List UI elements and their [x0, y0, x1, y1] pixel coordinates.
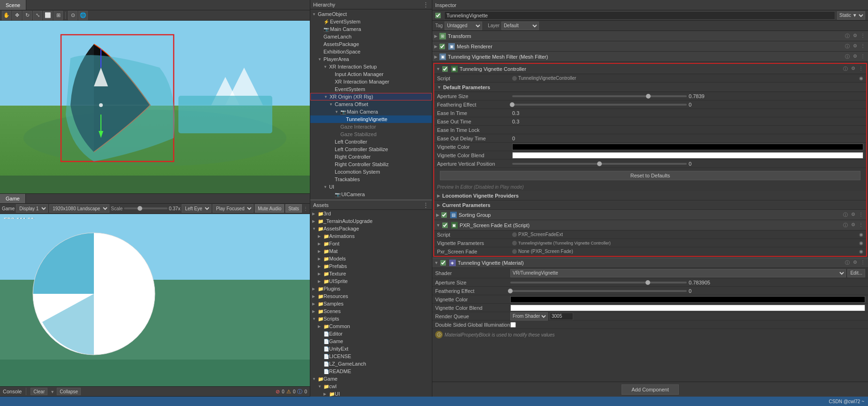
assets-item-mat[interactable]: ▶ 📁 Mat: [310, 247, 432, 255]
mesh-renderer-menu-btn[interactable]: ⋮: [860, 43, 866, 50]
hierarchy-item-tunnelingvignette[interactable]: TunnelingVignette: [310, 115, 432, 123]
assets-item-assetspackage[interactable]: ▼ 📁 AssetsPackage: [310, 225, 432, 232]
mesh-filter-header[interactable]: ▶ ▣ Tunneling Vignette Mesh Filter (Mesh…: [432, 52, 868, 62]
pxr-checkbox[interactable]: [442, 222, 448, 228]
obj-name-input[interactable]: [444, 11, 835, 20]
pxr-info-btn[interactable]: ⓘ: [842, 222, 849, 229]
transform-tool-btn[interactable]: ⊞: [54, 11, 63, 20]
hierarchy-item-eventsystem[interactable]: ⚡ EventSystem: [310, 18, 432, 25]
tunneling-info-btn[interactable]: ⓘ: [842, 66, 849, 72]
aperture-vertical-slider[interactable]: [512, 163, 687, 165]
hierarchy-item-xrinteraction[interactable]: ▼ XR Interaction Setup: [310, 63, 432, 70]
assets-item-license[interactable]: 📄 LICENSE: [310, 352, 432, 360]
shader-select[interactable]: VR/TunnelingVignette: [510, 269, 846, 277]
assets-item-uisprite[interactable]: ▶ 📁 UISprite: [310, 277, 432, 285]
render-queue-mode-select[interactable]: From Shader: [510, 312, 548, 321]
reset-defaults-btn[interactable]: Reset to Defaults: [440, 171, 860, 180]
hierarchy-item-assetspackage[interactable]: AssetsPackage: [310, 40, 432, 48]
assets-item-animations[interactable]: ▶ 📁 Animations: [310, 232, 432, 240]
assets-item-scenes[interactable]: ▶ 📁 Scenes: [310, 307, 432, 315]
double-sided-gi-checkbox[interactable]: [510, 322, 516, 328]
scale-slider[interactable]: [124, 207, 167, 209]
game-viewport[interactable]: FPS:111.86: [0, 214, 310, 387]
hierarchy-item-maincamera2[interactable]: ▼ 📷 Main Camera: [310, 108, 432, 115]
hierarchy-item-rightcontroller[interactable]: Right Controller: [310, 153, 432, 161]
hierarchy-item-leftcontrollerstab[interactable]: Left Controller Stabilize: [310, 146, 432, 153]
transform-menu-btn[interactable]: ⋮: [860, 33, 866, 39]
transform-header[interactable]: ▶ ⊞ Transform ⓘ ⚙ ⋮: [432, 31, 868, 41]
material-info-btn[interactable]: ⓘ: [844, 260, 851, 266]
move-tool-btn[interactable]: ✥: [12, 11, 22, 20]
hierarchy-item-exhibition[interactable]: ExhibitionSpace: [310, 48, 432, 55]
render-queue-input[interactable]: [550, 313, 573, 320]
assets-item-prefabs[interactable]: ▶ 📁 Prefabs: [310, 262, 432, 270]
collapse-btn[interactable]: Collapse: [57, 388, 81, 395]
assets-item-scripts[interactable]: ▼ 📁 Scripts: [310, 315, 432, 322]
hierarchy-item-uicamera[interactable]: 📷 UICamera: [310, 191, 432, 198]
assets-item-3rd[interactable]: ▶ 📁 3rd: [310, 210, 432, 217]
pxr-screen-select-btn[interactable]: ◉: [859, 249, 863, 254]
obj-active-checkbox[interactable]: [435, 13, 441, 18]
hierarchy-item-maincamera[interactable]: 📷 Main Camera: [310, 25, 432, 33]
mesh-renderer-header[interactable]: ▶ ▣ Mesh Renderer ⓘ ⚙ ⋮: [432, 41, 868, 52]
stats-btn[interactable]: Stats: [285, 204, 302, 213]
eye-select[interactable]: Left Eye: [182, 204, 211, 213]
mesh-renderer-checkbox[interactable]: [439, 44, 445, 49]
sorting-info-btn[interactable]: ⓘ: [842, 212, 849, 218]
mat-feathering-slider[interactable]: [510, 290, 687, 292]
script-select-btn[interactable]: ◉: [859, 76, 863, 81]
assets-item-lzgamelanch[interactable]: 📄 LZ_GameLanch: [310, 360, 432, 368]
pxr-gear-btn[interactable]: ⚙: [850, 222, 856, 229]
transform-gear-btn[interactable]: ⚙: [852, 33, 858, 39]
pxr-menu-btn[interactable]: ⋮: [858, 222, 864, 229]
tunneling-checkbox[interactable]: [442, 66, 448, 72]
assets-item-texture[interactable]: ▶ 📁 Texture: [310, 270, 432, 277]
scene-viewport[interactable]: X Z Y Persp: [0, 21, 310, 193]
tab-game[interactable]: Game: [0, 194, 26, 203]
scale-tool-btn[interactable]: ⤡: [33, 11, 42, 20]
assets-item-resources[interactable]: ▶ 📁 Resources: [310, 292, 432, 300]
mat-vignette-blend-swatch[interactable]: [510, 305, 865, 311]
aperture-size-slider[interactable]: [512, 95, 687, 97]
assets-item-editor[interactable]: 📄 Editor: [310, 330, 432, 337]
current-params-header[interactable]: ▶ Current Parameters: [434, 200, 866, 210]
hierarchy-item-gazeinteractor[interactable]: Gaze Interactor: [310, 123, 432, 130]
hierarchy-item-playerarea[interactable]: ▼ PlayerArea: [310, 55, 432, 63]
assets-item-cwl[interactable]: ▼ 📁 cwl: [310, 383, 432, 390]
assets-item-plugins[interactable]: ▶ 📁 Plugins: [310, 285, 432, 292]
assets-item-game[interactable]: 📄 Game: [310, 337, 432, 345]
resolution-select[interactable]: 1920x1080 Landscape: [49, 204, 109, 213]
assets-item-ui[interactable]: ▶ 📁 UI: [310, 390, 432, 397]
add-component-btn[interactable]: Add Component: [622, 384, 679, 395]
assets-item-common[interactable]: ▶ 📁 Common: [310, 322, 432, 330]
hierarchy-item-xrinteractionmgr[interactable]: XR Interaction Manager: [310, 78, 432, 85]
hierarchy-menu-btn[interactable]: ⋮: [422, 1, 429, 8]
sorting-checkbox[interactable]: [441, 212, 447, 218]
display-select[interactable]: Display 1: [16, 204, 48, 213]
hierarchy-item-rightcontrollerstab[interactable]: Right Controller Stabiliz: [310, 161, 432, 168]
sorting-menu-btn[interactable]: ⋮: [858, 212, 864, 218]
assets-item-game2[interactable]: ▼ 📁 Game: [310, 375, 432, 383]
hierarchy-item-leftcontroller[interactable]: Left Controller: [310, 138, 432, 146]
tab-scene[interactable]: Scene: [0, 0, 26, 10]
hierarchy-item-xrorigin[interactable]: ▼ XR Origin (XR Rig): [310, 93, 432, 100]
material-gear-btn[interactable]: ⚙: [852, 260, 858, 266]
mat-aperture-slider[interactable]: [510, 282, 687, 283]
assets-item-unityext[interactable]: 📄 UnityExt: [310, 345, 432, 352]
vignette-color-swatch[interactable]: [512, 144, 863, 150]
pxr-header[interactable]: ▼ ▣ PXR_Screen Fade Ext (Script) ⓘ ⚙ ⋮: [434, 220, 866, 230]
hierarchy-item-trackables[interactable]: Trackables: [310, 176, 432, 183]
mesh-renderer-gear-btn[interactable]: ⚙: [852, 43, 858, 50]
vignette-color-blend-swatch[interactable]: [512, 152, 863, 159]
sorting-group-header[interactable]: ▶ ▤ Sorting Group ⓘ ⚙ ⋮: [434, 210, 866, 220]
material-header[interactable]: ▼ ◈ Tunneling Vignette (Material) ⓘ ⚙ ⋮: [432, 258, 868, 268]
clear-btn[interactable]: Clear: [31, 388, 47, 395]
hierarchy-item-locomotion[interactable]: Locomotion System: [310, 168, 432, 176]
sorting-gear-btn[interactable]: ⚙: [850, 212, 856, 218]
transform-info-btn[interactable]: ⓘ: [844, 33, 851, 39]
mat-vignette-color-swatch[interactable]: [510, 296, 865, 303]
shader-edit-btn[interactable]: Edit...: [847, 269, 865, 277]
play-focused-select[interactable]: Play Focused: [213, 204, 253, 213]
assets-item-readme[interactable]: 📄 README: [310, 368, 432, 375]
mesh-filter-gear-btn[interactable]: ⚙: [852, 54, 858, 60]
